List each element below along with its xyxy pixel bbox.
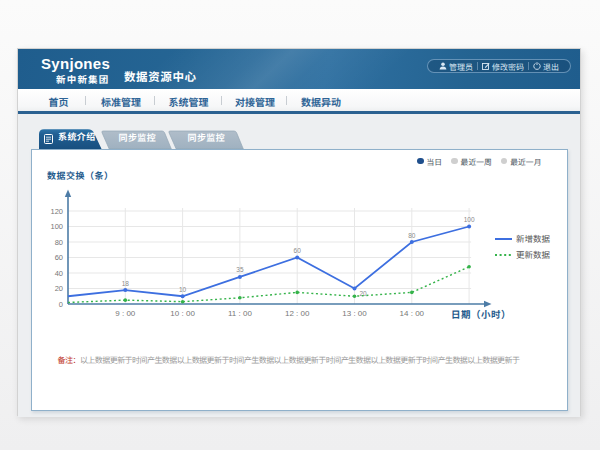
- user-icon: [439, 62, 447, 70]
- y-tick-label: 20: [55, 282, 63, 293]
- power-icon: [533, 62, 541, 70]
- footnote-prefix: 备注：: [58, 354, 80, 365]
- nav-divider: [85, 96, 86, 105]
- data-point: [353, 294, 357, 298]
- data-point: [467, 225, 471, 229]
- data-point: [181, 294, 185, 298]
- data-point: [124, 298, 128, 302]
- tab-label: 同步监控: [119, 131, 157, 144]
- y-tick-label: 120: [50, 205, 63, 216]
- nav-item-1[interactable]: 首页: [49, 94, 69, 109]
- y-tick-label: 80: [55, 236, 63, 247]
- edit-icon: [482, 62, 490, 70]
- x-tick-label: 13 : 00: [342, 307, 367, 318]
- y-axis-title: 数据交换（条）: [47, 169, 114, 182]
- y-tick-label: 60: [55, 251, 63, 262]
- data-label: 60: [294, 245, 302, 255]
- user-toolbar: 管理员 修改密码 退出: [427, 59, 571, 73]
- logout-label: 退出: [543, 61, 559, 72]
- app-header: Synjones 新中新集团 数据资源中心 管理员 修改密码 退出: [18, 49, 580, 89]
- main-nav: 首页标准管理系统管理对接管理数据异动: [18, 89, 580, 114]
- tab-1-active[interactable]: 系统介绍: [39, 129, 102, 150]
- y-axis-arrow: [65, 190, 71, 198]
- nav-divider: [221, 96, 222, 105]
- user-button-label: 管理员: [449, 61, 473, 72]
- nav-divider: [154, 96, 155, 105]
- legend-label: 新增数据: [516, 232, 551, 244]
- page-title: 数据资源中心: [124, 68, 197, 84]
- data-point: [295, 291, 299, 295]
- data-point: [123, 288, 127, 292]
- legend: 新增数据更新数据: [495, 232, 551, 260]
- y-tick-label: 100: [50, 220, 63, 231]
- footnote: 备注：以上数据更新于时间产生数据以上数据更新于时间产生数据以上数据更新于时间产生…: [32, 354, 567, 365]
- tab-label: 系统介绍: [58, 130, 96, 143]
- data-point: [238, 275, 242, 279]
- tab-2[interactable]: 同步监控: [102, 131, 171, 149]
- change-password-label: 修改密码: [492, 61, 524, 72]
- data-point: [353, 287, 357, 291]
- tab-label: 同步监控: [188, 131, 226, 144]
- data-point: [181, 300, 185, 304]
- data-point: [238, 296, 242, 300]
- data-label: 80: [408, 230, 416, 240]
- x-axis-title: 日期（小时）: [451, 307, 511, 321]
- y-tick-label: 40: [55, 267, 63, 278]
- x-tick-label: 11 : 00: [228, 307, 252, 318]
- nav-divider: [286, 96, 287, 105]
- data-point: [467, 265, 471, 269]
- content-area: 系统介绍同步监控同步监控 当日最近一周最近一月 0204060801001209…: [18, 114, 580, 417]
- chart-panel: 当日最近一周最近一月 0204060801001209 : 0010 : 001…: [31, 149, 568, 411]
- x-tick-label: 14 : 00: [400, 307, 425, 318]
- change-password-button[interactable]: 修改密码: [478, 61, 528, 72]
- data-point: [410, 291, 414, 295]
- data-label: 10: [179, 284, 187, 294]
- tab-bar: 系统介绍同步监控同步监控: [31, 127, 261, 150]
- nav-item-4[interactable]: 对接管理: [235, 94, 275, 109]
- data-label: 18: [122, 278, 130, 288]
- footnote-text: 以上数据更新于时间产生数据以上数据更新于时间产生数据以上数据更新于时间产生数据以…: [80, 354, 520, 365]
- logout-button[interactable]: 退出: [529, 61, 563, 72]
- brand-logo-en: Synjones: [41, 57, 110, 71]
- nav-item-3[interactable]: 系统管理: [169, 94, 209, 109]
- x-tick-label: 9 : 00: [115, 307, 136, 318]
- line-chart: 0204060801001209 : 0010 : 0011 : 0012 : …: [32, 150, 567, 410]
- nav-item-2[interactable]: 标准管理: [101, 94, 141, 109]
- app-window: Synjones 新中新集团 数据资源中心 管理员 修改密码 退出 首页标准管理…: [17, 48, 581, 416]
- x-tick-label: 12 : 00: [285, 307, 310, 318]
- y-tick-label: 0: [59, 298, 63, 309]
- axes: 0204060801001209 : 0010 : 0011 : 0012 : …: [50, 190, 491, 319]
- brand-logo: Synjones 新中新集团: [41, 57, 110, 86]
- data-label: 100: [464, 214, 475, 224]
- x-tick-label: 10 : 00: [170, 307, 195, 318]
- legend-label: 更新数据: [516, 248, 551, 260]
- nav-item-5[interactable]: 数据异动: [301, 94, 341, 109]
- data-point: [410, 240, 414, 244]
- user-button[interactable]: 管理员: [435, 61, 477, 72]
- tab-3[interactable]: 同步监控: [169, 131, 243, 149]
- data-point: [295, 256, 299, 260]
- brand-logo-cn: 新中新集团: [56, 72, 110, 86]
- data-label: 35: [236, 264, 244, 274]
